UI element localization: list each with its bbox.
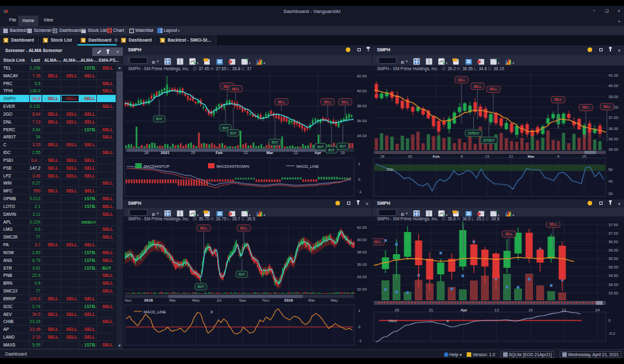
- svg-text:37.00: 37.00: [608, 231, 619, 235]
- svg-text:2018: 2018: [144, 298, 153, 302]
- svg-text:D: D: [152, 211, 155, 216]
- svg-text:BUY: BUY: [328, 149, 335, 152]
- svg-text:MACD_LINE: MACD_LINE: [144, 310, 166, 314]
- svg-text:-1: -1: [358, 190, 362, 194]
- svg-text:Apr: Apr: [460, 308, 467, 312]
- svg-text:SELL: SELL: [554, 98, 562, 101]
- svg-text:SELL: SELL: [489, 88, 497, 91]
- svg-text:32.00: 32.00: [357, 287, 367, 291]
- svg-text:Mar: Mar: [308, 298, 315, 302]
- svg-text:36.00: 36.00: [357, 263, 367, 266]
- svg-text:16: 16: [528, 308, 533, 312]
- svg-text:40.00: 40.00: [357, 238, 367, 242]
- svg-text:MACDHISTDOWN: MACDHISTDOWN: [216, 164, 249, 168]
- svg-text:35.50: 35.50: [608, 257, 619, 261]
- svg-text:36.00: 36.00: [608, 127, 619, 131]
- svg-text:34.00: 34.00: [357, 134, 367, 138]
- svg-text:RSI: RSI: [387, 168, 393, 172]
- svg-text:▾: ▾: [197, 60, 199, 64]
- svg-text:Apr: Apr: [315, 151, 322, 155]
- svg-text:25: 25: [191, 151, 196, 155]
- svg-text:Nov: Nov: [125, 298, 132, 302]
- svg-text:28: 28: [144, 151, 149, 155]
- svg-text:42.00: 42.00: [357, 226, 367, 229]
- svg-text:▾: ▾: [249, 60, 251, 64]
- svg-text:SELL: SELL: [278, 101, 285, 104]
- svg-text:BUY: BUY: [198, 285, 204, 289]
- svg-text:41.00: 41.00: [608, 73, 619, 77]
- svg-text:Mar: Mar: [169, 298, 176, 302]
- svg-text:MACDHISTUP: MACDHISTUP: [144, 164, 170, 168]
- svg-text:Feb: Feb: [216, 151, 223, 155]
- svg-text:SELL: SELL: [240, 227, 248, 230]
- svg-text:40.00: 40.00: [608, 84, 619, 88]
- svg-text:19: 19: [341, 151, 345, 155]
- svg-text:13: 13: [495, 308, 499, 312]
- svg-text:SELL: SELL: [458, 79, 465, 82]
- svg-text:SELL: SELL: [374, 240, 382, 244]
- svg-text:33.50: 33.50: [608, 291, 619, 295]
- svg-text:37.50: 37.50: [608, 223, 619, 227]
- svg-text:MACD_LINE: MACD_LINE: [296, 164, 318, 168]
- svg-text:BUY: BUY: [230, 132, 237, 135]
- svg-text:BUY: BUY: [239, 273, 245, 276]
- svg-text:Jul: Jul: [216, 298, 222, 302]
- svg-text:BUY: BUY: [156, 118, 162, 121]
- svg-text:1STBUY: 1STBUY: [467, 132, 479, 135]
- svg-text:▾: ▾: [498, 60, 500, 64]
- svg-text:34.00: 34.00: [608, 148, 619, 151]
- svg-text:D: D: [401, 211, 404, 216]
- svg-text:2021: 2021: [161, 151, 170, 155]
- svg-text:34.00: 34.00: [357, 275, 367, 279]
- svg-text:SELL: SELL: [549, 223, 557, 226]
- svg-text:Sep: Sep: [239, 298, 246, 302]
- svg-text:▾: ▾: [512, 60, 514, 64]
- svg-text:26: 26: [395, 308, 399, 312]
- svg-text:Nov: Nov: [263, 298, 270, 302]
- svg-text:May: May: [331, 298, 338, 302]
- svg-text:39.00: 39.00: [608, 95, 619, 99]
- svg-text:May: May: [192, 298, 200, 302]
- svg-text:42.00: 42.00: [357, 74, 367, 78]
- svg-text:35.00: 35.00: [608, 137, 619, 141]
- svg-text:31: 31: [429, 308, 434, 312]
- svg-text:SELL: SELL: [232, 88, 240, 91]
- svg-text:SELL: SELL: [582, 106, 590, 109]
- svg-text:SELL: SELL: [200, 227, 208, 230]
- svg-text:37.00: 37.00: [608, 116, 619, 120]
- svg-text:24: 24: [595, 308, 600, 312]
- svg-text:38.00: 38.00: [357, 104, 367, 108]
- svg-text:BUY: BUY: [317, 146, 324, 149]
- svg-text:36.00: 36.00: [357, 119, 367, 123]
- svg-text:Mar: Mar: [266, 151, 274, 155]
- svg-text:SELL: SELL: [324, 101, 332, 104]
- svg-text:30: 30: [608, 192, 613, 196]
- svg-text:34.00: 34.00: [608, 283, 619, 287]
- svg-text:SELL: SELL: [505, 233, 513, 236]
- svg-text:SELL: SELL: [341, 101, 349, 104]
- svg-text:2019: 2019: [284, 298, 293, 302]
- svg-text:SELL: SELL: [474, 85, 482, 88]
- svg-text:-1: -1: [358, 339, 362, 343]
- svg-text:36.00: 36.00: [608, 248, 619, 252]
- svg-text:D: D: [152, 59, 155, 64]
- svg-text:▾: ▾: [446, 60, 448, 64]
- svg-text:34.50: 34.50: [608, 274, 619, 278]
- svg-text:BUY: BUY: [222, 127, 229, 130]
- svg-text:40.00: 40.00: [357, 89, 367, 93]
- svg-text:-0.2: -0.2: [608, 332, 616, 335]
- svg-text:38.00: 38.00: [357, 250, 367, 254]
- svg-text:22: 22: [244, 151, 248, 155]
- svg-text:35.00: 35.00: [608, 265, 619, 269]
- svg-text:36.50: 36.50: [608, 240, 619, 244]
- svg-text:40: 40: [608, 179, 613, 183]
- svg-text:BUY: BUY: [272, 141, 278, 144]
- svg-text:▾: ▾: [263, 60, 265, 64]
- svg-text:50: 50: [608, 168, 613, 172]
- svg-text:1STBUY: 1STBUY: [483, 139, 495, 142]
- svg-text:BUY: BUY: [340, 145, 346, 148]
- svg-text:D: D: [401, 59, 404, 64]
- svg-text:22: 22: [294, 151, 298, 155]
- svg-text:SELL: SELL: [603, 105, 611, 109]
- svg-text:TRIX: TRIX: [388, 319, 397, 323]
